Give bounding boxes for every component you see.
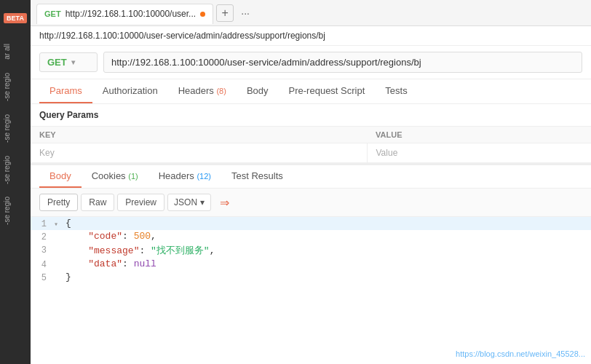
sidebar-item-4[interactable]: -se regio (0, 191, 31, 231)
query-params-title: Query Params (31, 104, 591, 126)
tab-headers[interactable]: Headers (8) (168, 79, 237, 103)
request-tabs-row: Params Authorization Headers (8) Body Pr… (31, 79, 591, 104)
code-line-3: 3 "message": "找不到服务", (31, 243, 591, 258)
tab-tests-label: Tests (385, 85, 407, 96)
line-content-5: } (66, 272, 591, 282)
params-value-header: VALUE (367, 127, 591, 143)
tab-add-button[interactable]: + (216, 4, 234, 22)
line-content-2: "code": 500, (66, 231, 591, 242)
param-key-cell[interactable]: Key (31, 143, 367, 163)
sidebar: BETA ar all -se regio -se regio -se regi… (0, 0, 31, 364)
resp-tab-cookies[interactable]: Cookies (1) (82, 165, 148, 188)
line-num-4: 4 (31, 258, 54, 270)
method-chevron-icon: ▾ (71, 58, 75, 66)
tab-params[interactable]: Params (39, 79, 92, 103)
raw-button[interactable]: Raw (81, 194, 114, 211)
json-format-select[interactable]: JSON ▾ (167, 194, 211, 211)
json-format-chevron-icon: ▾ (200, 197, 205, 207)
resp-tab-test-results-label: Test Results (231, 170, 283, 181)
tab-body-label: Body (247, 85, 269, 96)
line-content-3: "message": "找不到服务", (66, 244, 591, 257)
tab-pre-request[interactable]: Pre-request Script (279, 79, 376, 103)
line-arrow-2 (54, 231, 66, 233)
line-num-2: 2 (31, 231, 54, 242)
code-line-5: 5 } (31, 271, 591, 284)
body-toolbar: Pretty Raw Preview JSON ▾ ⇒ (31, 189, 591, 217)
line-num-1: 1 (31, 218, 54, 229)
code-line-4: 4 "data": null (31, 258, 591, 271)
tab-method-badge: GET (44, 9, 61, 18)
resp-tab-body[interactable]: Body (39, 165, 82, 188)
table-row: Key Value (31, 143, 591, 163)
tab-body[interactable]: Body (237, 79, 279, 103)
tab-pre-request-label: Pre-request Script (289, 85, 365, 96)
code-line-2: 2 "code": 500, (31, 230, 591, 243)
sidebar-items: ar all -se regio -se regio -se regio -se… (0, 38, 31, 231)
pretty-button[interactable]: Pretty (39, 194, 78, 211)
param-value-cell[interactable]: Value (367, 143, 591, 163)
resp-tab-body-label: Body (49, 170, 71, 181)
resp-tab-test-results[interactable]: Test Results (221, 165, 293, 188)
line-content-1: { (66, 218, 591, 229)
tab-tests[interactable]: Tests (375, 79, 417, 103)
params-table: KEY VALUE Key Value (31, 126, 591, 163)
json-format-label: JSON (174, 197, 197, 207)
request-row: GET ▾ (31, 46, 591, 79)
tab-headers-label: Headers (178, 85, 214, 96)
line-arrow-4 (54, 258, 66, 261)
tab-bar: GET http://192.168.1.100:10000/user... +… (31, 0, 591, 26)
line-arrow-1: ▾ (54, 218, 66, 229)
beta-badge: BETA (4, 13, 27, 23)
resp-tab-headers[interactable]: Headers (12) (148, 165, 221, 188)
main-content: GET http://192.168.1.100:10000/user... +… (31, 0, 591, 364)
watermark: https://blog.csdn.net/weixin_45528... (456, 349, 585, 358)
resp-tab-cookies-badge: (1) (128, 172, 138, 181)
preview-button[interactable]: Preview (117, 194, 164, 211)
line-arrow-3 (54, 244, 66, 246)
url-input[interactable] (103, 52, 582, 73)
sidebar-item-2[interactable]: -se regio (0, 108, 31, 149)
tab-authorization[interactable]: Authorization (92, 79, 168, 103)
tab-params-label: Params (49, 85, 82, 96)
code-line-1: 1 ▾ { (31, 217, 591, 230)
tab-more-button[interactable]: ··· (237, 4, 254, 22)
method-value: GET (47, 57, 67, 68)
sidebar-item-ar-all[interactable]: ar all (0, 38, 31, 66)
resp-tab-headers-badge: (12) (197, 172, 211, 181)
wrap-icon[interactable]: ⇒ (214, 192, 234, 213)
tab-modified-dot (200, 12, 205, 17)
params-key-header: KEY (31, 127, 367, 143)
method-select[interactable]: GET ▾ (39, 52, 98, 72)
tab-headers-badge: (8) (216, 87, 226, 95)
tab-authorization-label: Authorization (103, 85, 158, 96)
resp-tab-headers-label: Headers (159, 170, 194, 181)
code-view: 1 ▾ { 2 "code": 500, 3 "message": "找不到服务… (31, 217, 591, 364)
sidebar-item-1[interactable]: -se regio (0, 67, 31, 107)
resp-tab-cookies-label: Cookies (92, 170, 126, 181)
sidebar-item-3[interactable]: -se regio (0, 150, 31, 190)
line-content-4: "data": null (66, 258, 591, 269)
line-num-3: 3 (31, 244, 54, 256)
response-tabs-row: Body Cookies (1) Headers (12) Test Resul… (31, 163, 591, 189)
request-tab[interactable]: GET http://192.168.1.100:10000/user... (36, 4, 213, 24)
line-num-5: 5 (31, 272, 54, 283)
line-arrow-5 (54, 272, 66, 274)
tab-url: http://192.168.1.100:10000/user... (66, 9, 196, 19)
url-breadcrumb: http://192.168.1.100:10000/user-service/… (31, 26, 591, 46)
